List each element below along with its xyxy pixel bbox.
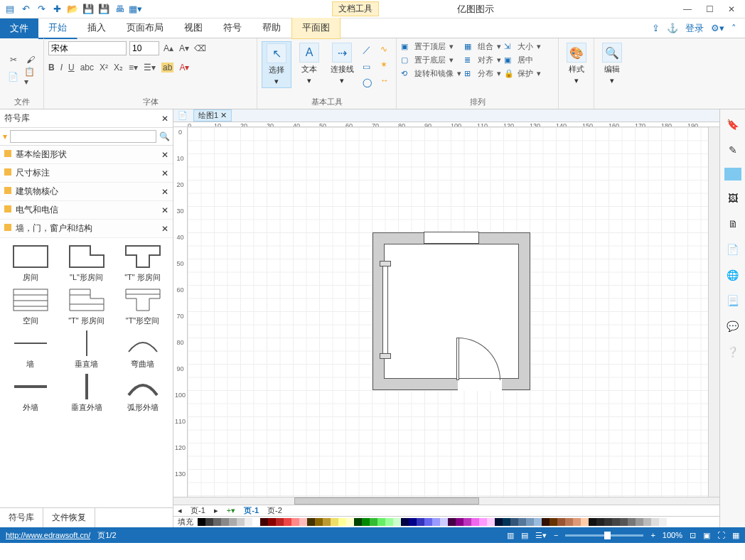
color-swatch[interactable]: [620, 518, 628, 526]
tab-help[interactable]: 帮助: [252, 18, 291, 39]
page-nav-next-icon[interactable]: ▸: [214, 506, 218, 515]
color-swatch[interactable]: [463, 518, 471, 526]
sidebar-close-icon[interactable]: ✕: [161, 114, 168, 124]
size-icon[interactable]: ⇲: [504, 42, 514, 52]
tab-home[interactable]: 开始: [38, 18, 77, 39]
status-url[interactable]: http://www.edrawsoft.cn/: [6, 531, 90, 539]
shape-vwall[interactable]: 垂直墙: [59, 330, 114, 370]
pen-icon[interactable]: ✎: [725, 142, 741, 158]
color-swatch[interactable]: [424, 518, 432, 526]
drawing-canvas[interactable]: [188, 127, 708, 497]
page-add-icon[interactable]: +▾: [227, 506, 235, 515]
symbol-search-input[interactable]: [10, 130, 156, 143]
qat-export-icon[interactable]: ▦▾: [128, 2, 142, 16]
qat-save2-icon[interactable]: 💾: [81, 2, 95, 16]
cat-building-core[interactable]: 建筑物核心✕: [0, 183, 173, 201]
color-swatch[interactable]: [315, 518, 323, 526]
help-icon[interactable]: ❔: [725, 344, 741, 360]
cat-electrical[interactable]: 电气和电信✕: [0, 201, 173, 220]
tab-view[interactable]: 视图: [174, 18, 213, 39]
bring-front-icon[interactable]: ▣: [401, 42, 411, 52]
color-swatch[interactable]: [471, 518, 479, 526]
color-swatch[interactable]: [589, 518, 596, 526]
color-swatch[interactable]: [331, 518, 338, 526]
close-button[interactable]: ✕: [728, 4, 735, 14]
color-swatch[interactable]: [354, 518, 362, 526]
text-tool[interactable]: A文本▾: [294, 41, 324, 87]
comment-icon[interactable]: 💬: [725, 318, 741, 334]
color-swatch[interactable]: [323, 518, 331, 526]
color-swatch[interactable]: [495, 518, 503, 526]
color-swatch[interactable]: [417, 518, 424, 526]
color-swatch[interactable]: [456, 518, 463, 526]
qat-undo-icon[interactable]: ↶: [18, 2, 33, 16]
tab-symbol[interactable]: 符号: [213, 18, 252, 39]
search-icon[interactable]: 🔍: [159, 131, 170, 141]
color-swatch[interactable]: [573, 518, 581, 526]
rotate-icon[interactable]: ⟲: [401, 69, 411, 79]
tab-floorplan[interactable]: 平面图: [291, 18, 341, 39]
scrollbar-vertical[interactable]: [708, 127, 719, 497]
shape-t-room[interactable]: "T" 形房间: [115, 244, 170, 283]
color-swatch[interactable]: [518, 518, 526, 526]
footer-tab-symbol[interactable]: 符号库: [0, 508, 43, 527]
tab-insert[interactable]: 插入: [77, 18, 117, 39]
color-swatch[interactable]: [362, 518, 370, 526]
qat-open-icon[interactable]: 📂: [65, 2, 80, 16]
color-swatch[interactable]: [565, 518, 573, 526]
distribute-icon[interactable]: ⊞: [464, 69, 474, 79]
globe-icon[interactable]: 🌐: [725, 267, 741, 283]
color-swatch[interactable]: [252, 518, 260, 526]
note-icon[interactable]: 🗎: [725, 216, 741, 232]
paste-icon[interactable]: 📋▾: [24, 70, 37, 83]
color-swatch[interactable]: [338, 518, 346, 526]
color-swatch[interactable]: [393, 518, 401, 526]
color-swatch[interactable]: [432, 518, 440, 526]
decrease-font-icon[interactable]: A▾: [178, 42, 191, 55]
grid-icon[interactable]: ▦: [732, 531, 739, 540]
qat-new-icon[interactable]: ✚: [50, 2, 64, 16]
strike-button[interactable]: abc: [80, 63, 94, 72]
floorplan-shape[interactable]: [372, 232, 530, 390]
view1-icon[interactable]: ▥: [507, 531, 514, 540]
color-swatch[interactable]: [636, 518, 643, 526]
qat-redo-icon[interactable]: ↷: [34, 2, 48, 16]
color-swatch[interactable]: [385, 518, 393, 526]
bullets-icon[interactable]: ☰▾: [144, 63, 156, 72]
color-swatch[interactable]: [346, 518, 354, 526]
center-icon[interactable]: ▣: [504, 55, 514, 65]
color-swatch[interactable]: [651, 518, 659, 526]
line-spacing-icon[interactable]: ≡▾: [129, 63, 138, 72]
image-icon[interactable]: 🖼: [725, 190, 741, 206]
color-swatch[interactable]: [401, 518, 409, 526]
font-color-icon[interactable]: A▾: [179, 63, 189, 72]
connector-tool[interactable]: ⇢连接线▾: [327, 41, 357, 87]
color-swatch[interactable]: [299, 518, 307, 526]
color-swatch[interactable]: [440, 518, 448, 526]
select-tool[interactable]: ↖选择▾: [262, 41, 291, 88]
cat-dimension[interactable]: 尺寸标注✕: [0, 164, 173, 183]
crop-icon[interactable]: ✶: [380, 60, 389, 70]
collapse-ribbon-icon[interactable]: ˄: [731, 23, 736, 33]
minimize-button[interactable]: —: [683, 4, 692, 14]
line-toggle-icon[interactable]: ／: [363, 44, 372, 56]
zoom-value[interactable]: 100%: [663, 531, 682, 539]
view3-icon[interactable]: ☰▾: [535, 531, 547, 540]
color-swatch[interactable]: [479, 518, 487, 526]
highlight-icon[interactable]: ab: [161, 63, 173, 72]
oval-toggle-icon[interactable]: ◯: [363, 77, 372, 87]
shape-vext-wall[interactable]: 垂直外墙: [59, 374, 114, 413]
font-size-select[interactable]: [129, 41, 159, 55]
theme-icon[interactable]: 🔖: [725, 117, 741, 132]
page-nav-prev-icon[interactable]: ◂: [178, 506, 182, 515]
color-swatch[interactable]: [198, 518, 205, 526]
color-swatch[interactable]: [409, 518, 417, 526]
color-swatch[interactable]: [612, 518, 620, 526]
settings-icon[interactable]: ⚙▾: [711, 23, 724, 33]
increase-font-icon[interactable]: A▴: [162, 42, 175, 55]
align-icon[interactable]: ≣: [464, 55, 474, 65]
color-swatch[interactable]: [550, 518, 557, 526]
color-swatch[interactable]: [268, 518, 276, 526]
page-1[interactable]: 页-1: [244, 505, 259, 516]
shape-arc-ext-wall[interactable]: 弧形外墙: [115, 374, 170, 413]
